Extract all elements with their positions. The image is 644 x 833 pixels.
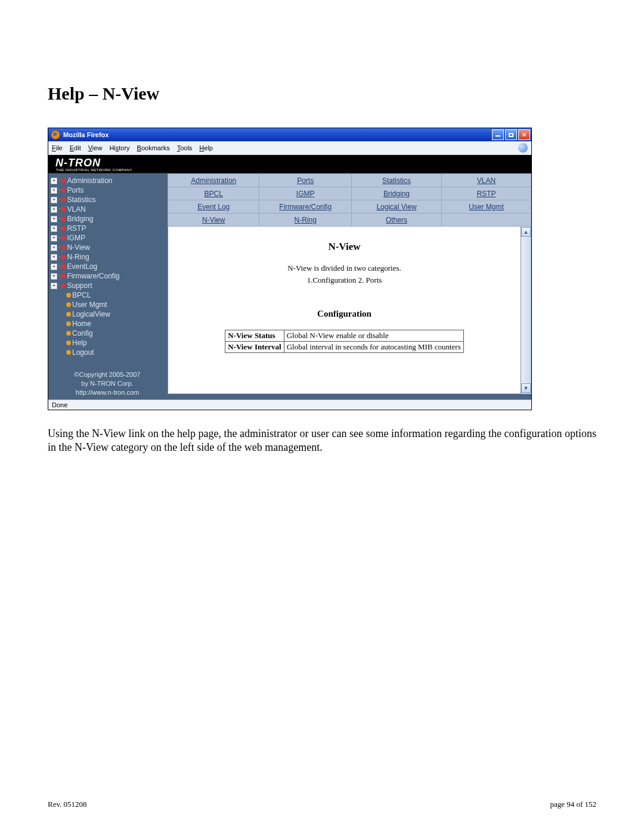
maximize-button[interactable] — [505, 129, 517, 140]
bullet-icon — [61, 255, 66, 259]
cfg-value: Global interval in seconds for autocasti… — [284, 342, 463, 353]
doc-paragraph: Using the N-View link on the help page, … — [48, 427, 596, 454]
nav-link-vlan[interactable]: VLAN — [477, 176, 496, 185]
tree-item-config[interactable]: Config — [51, 329, 164, 338]
tree-item-igmp[interactable]: +·· IGMP — [51, 233, 164, 243]
expand-icon[interactable]: + — [51, 235, 57, 241]
browser-statusbar: Done — [48, 400, 531, 410]
footer-rev: Rev. 051208 — [48, 800, 87, 809]
nav-link-ports[interactable]: Ports — [297, 176, 314, 185]
cfg-value: Global N-View enable or disable — [284, 330, 463, 342]
nav-link-igmp[interactable]: IGMP — [296, 190, 315, 198]
bullet-icon — [61, 283, 66, 288]
expand-icon[interactable]: + — [51, 273, 57, 280]
menu-view[interactable]: View — [88, 144, 103, 151]
tree-item-bridging[interactable]: +·· Bridging — [51, 214, 164, 224]
expand-icon[interactable]: + — [51, 225, 57, 232]
bullet-icon — [61, 226, 66, 231]
help-nav-grid: Administration Ports Statistics VLAN BPC… — [168, 174, 531, 227]
nav-link-others[interactable]: Others — [386, 216, 407, 224]
ntron-tagline: THE INDUSTRIAL NETWORK COMPANY — [56, 168, 132, 172]
tree-item-help[interactable]: Help — [51, 338, 164, 348]
content-subheading: Configuration — [174, 309, 515, 319]
nav-link-nring[interactable]: N-Ring — [294, 216, 316, 224]
bullet-icon — [61, 188, 66, 193]
bullet-icon — [66, 340, 71, 345]
tree-item-logout[interactable]: Logout — [51, 348, 164, 357]
nav-link-administration[interactable]: Administration — [191, 176, 236, 185]
content-scrollbar[interactable]: ▲ ▼ — [521, 227, 531, 394]
nav-link-firmwareconfig[interactable]: Firmware/Config — [279, 203, 332, 211]
bullet-icon — [61, 274, 66, 278]
content-line2: 1.Configuration 2. Ports — [174, 275, 515, 285]
bullet-icon — [66, 302, 71, 307]
table-row: N-View Status Global N-View enable or di… — [225, 330, 464, 342]
tree-item-ports[interactable]: +·· Ports — [51, 185, 164, 195]
expand-icon[interactable]: + — [51, 283, 57, 289]
menu-file[interactable]: File — [52, 144, 63, 151]
menu-tools[interactable]: Tools — [177, 144, 193, 151]
tree-item-vlan[interactable]: +·· VLAN — [51, 205, 164, 214]
nav-link-bridging[interactable]: Bridging — [383, 190, 410, 198]
nav-link-nview[interactable]: N-View — [202, 216, 225, 224]
nav-link-logicalview[interactable]: Logical View — [376, 203, 416, 211]
bullet-icon — [66, 331, 71, 336]
close-button[interactable]: × — [518, 129, 530, 140]
browser-menubar: File Edit View History Bookmarks Tools H… — [48, 141, 531, 155]
nav-empty-cell — [442, 213, 531, 227]
cfg-key: N-View Interval — [225, 342, 284, 353]
menu-help[interactable]: Help — [199, 144, 213, 151]
tree-item-statistics[interactable]: +·· Statistics — [51, 195, 164, 205]
nav-link-bpcl[interactable]: BPCL — [205, 190, 223, 198]
expand-icon[interactable]: + — [51, 264, 57, 270]
content-heading: N-View — [174, 241, 515, 253]
browser-window: Mozilla Firefox × File Edit View History… — [48, 128, 532, 410]
bullet-icon — [66, 293, 71, 298]
menu-history[interactable]: History — [109, 144, 129, 151]
menu-edit[interactable]: Edit — [70, 144, 81, 151]
expand-icon[interactable]: + — [51, 254, 57, 261]
config-table: N-View Status Global N-View enable or di… — [225, 330, 464, 353]
tree-item-support[interactable]: +·· Support — [51, 281, 164, 290]
menu-bookmarks[interactable]: Bookmarks — [137, 144, 170, 151]
expand-icon[interactable]: + — [51, 206, 57, 213]
window-title: Mozilla Firefox — [63, 131, 109, 138]
bullet-icon — [61, 207, 66, 212]
bullet-icon — [66, 312, 71, 317]
tree-item-home[interactable]: Home — [51, 319, 164, 329]
nav-link-usermgmt[interactable]: User Mgmt — [469, 203, 504, 211]
tree-item-rstp[interactable]: +·· RSTP — [51, 224, 164, 233]
bullet-icon — [61, 197, 66, 202]
bullet-icon — [61, 178, 66, 183]
tree-item-logicalview[interactable]: LogicalView — [51, 309, 164, 319]
bullet-icon — [66, 350, 71, 355]
expand-icon[interactable]: + — [51, 244, 57, 251]
cfg-key: N-View Status — [225, 330, 284, 342]
tree-item-nview[interactable]: +·· N-View — [51, 243, 164, 252]
expand-icon[interactable]: + — [51, 216, 57, 222]
window-titlebar: Mozilla Firefox × — [48, 128, 531, 141]
tree-item-bpcl[interactable]: BPCL — [51, 290, 164, 300]
tree-item-administration[interactable]: +·· Administration — [51, 176, 164, 185]
sidebar-copyright: ©Copyright 2005-2007 by N-TRON Corp. htt… — [51, 370, 164, 397]
status-text: Done — [52, 401, 67, 408]
tree-item-eventlog[interactable]: +·· EventLog — [51, 262, 164, 271]
tree-item-nring[interactable]: +·· N-Ring — [51, 252, 164, 262]
tree-item-firmwareconfig[interactable]: +·· Firmware/Config — [51, 271, 164, 281]
scroll-down-icon[interactable]: ▼ — [521, 383, 531, 393]
firefox-icon — [51, 130, 60, 140]
expand-icon[interactable]: + — [51, 178, 57, 184]
expand-icon[interactable]: + — [51, 197, 57, 203]
footer-page: page 94 of 152 — [550, 800, 596, 809]
minimize-button[interactable] — [492, 129, 504, 140]
tree-item-usermgmt[interactable]: User Mgmt — [51, 300, 164, 309]
nav-link-rstp[interactable]: RSTP — [477, 190, 496, 198]
bullet-icon — [61, 245, 66, 250]
nav-link-eventlog[interactable]: Event Log — [197, 203, 230, 211]
ntron-logo: N-TRON — [55, 157, 132, 169]
bullet-icon — [66, 321, 71, 326]
content-line1: N-View is divided in two categories. — [174, 264, 515, 273]
nav-link-statistics[interactable]: Statistics — [382, 176, 411, 185]
expand-icon[interactable]: + — [51, 187, 57, 194]
scroll-up-icon[interactable]: ▲ — [521, 227, 531, 237]
